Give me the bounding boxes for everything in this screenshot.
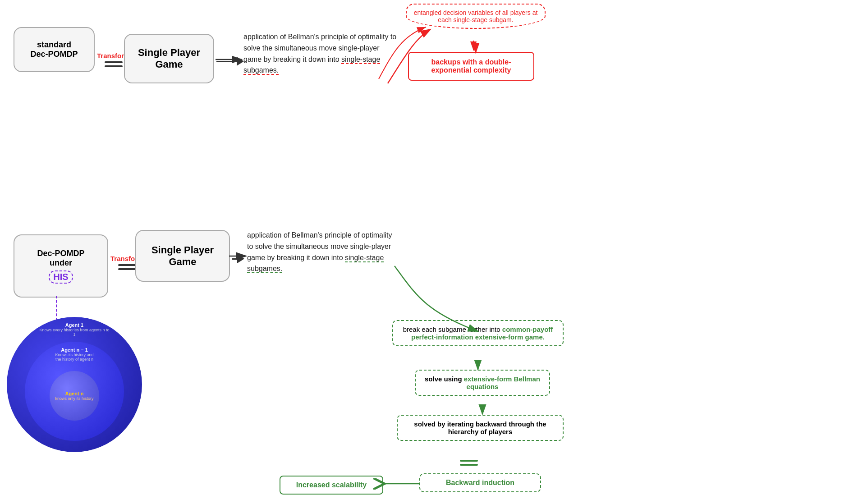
scalability-label: Increased scalability [296, 481, 367, 489]
red-solid-box: backups with a double-exponential comple… [408, 52, 534, 81]
red-oval-text: entangled decision variables of all play… [414, 9, 538, 23]
top-single-player-label: Single PlayerGame [138, 47, 200, 70]
flow-box-2: solve using extensive-form Bellman equat… [415, 370, 550, 396]
top-bellman-content: application of Bellman's principle of op… [243, 33, 396, 75]
bottom-single-player-box: Single PlayerGame [135, 230, 230, 282]
agent-n1-group: Agent n − 1 Knows its history and the hi… [52, 347, 97, 362]
dec-pomdp-his-box: Dec-POMDPunder HIS [14, 234, 108, 298]
bottom-main-arrow [232, 254, 244, 263]
flow3-text: solved by iterating backward through the… [414, 420, 546, 435]
bottom-flow-equals [460, 460, 478, 466]
agent-n-label: Agent n [65, 391, 84, 396]
bottom-eq-line-1 [118, 264, 136, 266]
circle-outer: Agent n knows only its history Agent n −… [7, 317, 142, 452]
bottom-eq-line-2 [118, 268, 136, 270]
flow5-label: Backward induction [446, 479, 514, 486]
flow-eq-line-1 [460, 460, 478, 462]
circle-inner: Agent n knows only its history [50, 371, 99, 421]
increased-scalability-box: Increased scalability [280, 476, 383, 495]
flow-box-5-backward: Backward induction [419, 473, 541, 492]
flow2-green: extensive-form Bellman equations [464, 375, 540, 390]
bottom-arrow-head [237, 254, 244, 263]
dec-pomdp-label: Dec-POMDPunder [37, 249, 84, 268]
bottom-single-player-label: Single PlayerGame [151, 244, 214, 268]
red-oval-box: entangled decision variables of all play… [406, 4, 546, 29]
agent-n-sublabel: knows only its history [53, 396, 96, 401]
nested-circles: Agent n knows only its history Agent n −… [5, 315, 144, 454]
bottom-equals-lines [118, 264, 136, 270]
circle-middle: Agent n knows only its history Agent n −… [25, 342, 124, 441]
bottom-arrow-line [232, 258, 237, 260]
bottom-bellman-content: application of Bellman's principle of op… [247, 231, 392, 273]
top-arrow-line [216, 61, 237, 62]
top-bellman-text: application of Bellman's principle of op… [243, 32, 397, 76]
flow-eq-line-2 [460, 464, 478, 466]
equals-line-1 [105, 61, 123, 63]
flow1-plain: break each subgame further into [403, 325, 502, 333]
agent1-sublabel: Knows every histories from agents n to 1 [38, 328, 110, 337]
equals-line-2 [105, 65, 123, 67]
agent-n1-sublabel: Knows its history and the history of age… [52, 353, 97, 362]
his-label: HIS [49, 270, 73, 284]
diagram-container: standardDec-POMDP Transform Single Playe… [0, 0, 858, 504]
standard-dec-pomdp-label: standardDec-POMDP [30, 40, 78, 59]
flow-box-1: break each subgame further into common-p… [392, 320, 564, 346]
flow2-plain: solve using [425, 375, 464, 383]
agent-n1-label: Agent n − 1 [52, 347, 97, 353]
red-solid-text: backups with a double-exponential comple… [431, 58, 511, 74]
top-arrows-svg [0, 0, 858, 203]
standard-dec-pomdp-box: standardDec-POMDP [14, 27, 95, 72]
agent1-group: Agent 1 Knows every histories from agent… [38, 322, 110, 337]
bottom-bellman-text: application of Bellman's principle of op… [247, 230, 396, 275]
flow-box-3: solved by iterating backward through the… [397, 415, 564, 441]
top-arrow-head [237, 57, 244, 66]
top-arrow [216, 57, 244, 66]
top-single-player-box: Single PlayerGame [124, 34, 214, 83]
agent1-label: Agent 1 [38, 322, 110, 328]
